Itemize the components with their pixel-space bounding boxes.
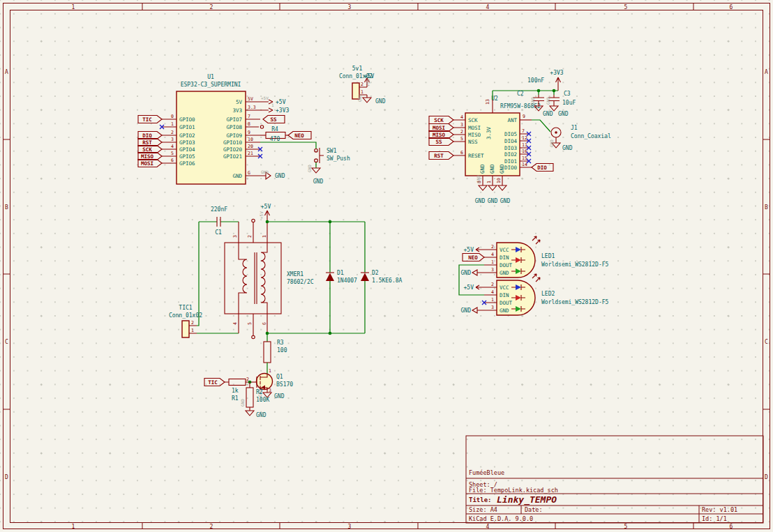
r4-ref[interactable]: R4 <box>271 126 278 132</box>
component-r3[interactable]: R3 100 <box>264 333 287 374</box>
sw1-contact[interactable] <box>315 149 318 153</box>
global-label-rst-text[interactable]: RST <box>142 139 152 146</box>
gnd-symbol[interactable] <box>363 95 371 102</box>
r3-ref[interactable]: R3 <box>277 340 284 346</box>
global-label-dio-text[interactable]: DIO <box>142 132 152 139</box>
global-label-neo-text[interactable]: NEO <box>468 254 478 261</box>
c3-ref[interactable]: C3 <box>564 91 571 97</box>
gnd-flag-left[interactable] <box>472 307 484 313</box>
power-5v-text[interactable]: +5V <box>276 99 286 105</box>
j1-ref[interactable]: J1 <box>571 125 578 131</box>
global-labels-u1-left[interactable]: TIC DIO RST SCK MISO MOSI <box>138 116 164 167</box>
component-d2[interactable]: D2 1.5KE6.8A <box>361 222 403 333</box>
global-label-sck-text[interactable]: SCK <box>434 117 444 123</box>
tic1-ref[interactable]: TIC1 <box>179 305 192 311</box>
power-gnd-text[interactable]: GND <box>562 145 573 151</box>
led1-pins[interactable] <box>484 250 497 273</box>
global-label-miso-text[interactable]: MISO <box>141 153 154 160</box>
5v1-ref[interactable]: 5v1 <box>352 66 363 72</box>
global-label-miso-text[interactable]: MISO <box>433 132 446 138</box>
component-u1-esp32[interactable]: U1 ESP32-C3_SUPERMINI 0 1 2 3 4 5 6 GPIO… <box>162 74 264 184</box>
power-gnd-text[interactable]: GND <box>558 111 569 117</box>
power-3v3-text[interactable]: +3V3 <box>276 107 289 114</box>
gnd-symbol[interactable] <box>246 407 254 416</box>
sw1-actuator[interactable] <box>320 148 324 163</box>
r3-value[interactable]: 100 <box>277 347 287 354</box>
c1-plates[interactable] <box>217 217 220 227</box>
r2-value[interactable]: 100K <box>256 397 269 403</box>
sw1-value[interactable]: SW_Push <box>327 155 350 162</box>
r1-body[interactable] <box>229 379 246 386</box>
tic1-body[interactable] <box>182 321 189 337</box>
global-label-neo-text[interactable]: NEO <box>294 132 304 139</box>
r2-body[interactable] <box>246 388 253 407</box>
power-gnd-text[interactable]: GND <box>488 198 498 204</box>
component-led1[interactable]: 2 4 1 3 VCC DIN DOUT GND LED1 Worldsemi_… <box>459 236 609 295</box>
d2-value[interactable]: 1.5KE6.8A <box>372 278 403 284</box>
global-label-rst-text[interactable]: RST <box>434 153 444 159</box>
global-label-tic-text[interactable]: TIC <box>142 116 152 123</box>
r1-ref[interactable]: R1 <box>232 395 239 402</box>
d2-ref[interactable]: D2 <box>372 270 379 276</box>
component-sw1[interactable]: SW1 SW_Push GND GND <box>307 148 350 185</box>
power-flag-5v-up[interactable] <box>265 211 270 222</box>
component-r1-gate[interactable]: TIC 1k R1 <box>204 379 256 402</box>
component-j1-coax[interactable]: J1 Conn_Coaxial GND GND <box>532 120 611 151</box>
component-d1[interactable]: D1 1N4007 <box>326 222 357 333</box>
power-flag-3v3-up[interactable] <box>556 77 561 91</box>
tic1-value[interactable]: Conn_01x02 <box>169 312 202 319</box>
q1-value[interactable]: BS170 <box>276 381 293 388</box>
power-5v-text[interactable]: +5V <box>261 204 271 210</box>
power-gnd-text[interactable]: GND <box>256 412 267 418</box>
component-c1[interactable]: 220nF C1 <box>197 206 239 326</box>
power-gnd-text[interactable]: GND <box>461 307 472 314</box>
u1-left-pins[interactable] <box>162 119 177 163</box>
r4-value[interactable]: 470 <box>270 136 280 142</box>
q1-ref[interactable]: Q1 <box>276 374 283 380</box>
global-label-tic-text[interactable]: TIC <box>208 379 218 386</box>
wire-ant[interactable] <box>532 120 550 132</box>
power-gnd-text[interactable]: GND <box>313 178 324 185</box>
component-xmer1-transformer[interactable]: 3 2 1 4 5 6 XMER1 78602/2C <box>225 219 314 338</box>
power-gnd-text[interactable]: GND <box>543 111 553 117</box>
component-5v1-connector[interactable]: 5v1 Conn_01x02 +5V 2 1 +5V GND GND <box>339 66 386 105</box>
d1-value[interactable]: 1N4007 <box>337 278 357 284</box>
power-5v-text[interactable]: +5V <box>464 284 474 291</box>
led2-ref[interactable]: LED2 <box>541 291 555 297</box>
d2-diode-icon[interactable] <box>361 273 369 282</box>
r1-value[interactable]: 1k <box>232 388 239 394</box>
power-5v-text[interactable]: +5V <box>464 247 474 253</box>
global-label-mosi-text[interactable]: MOSI <box>141 160 153 167</box>
c3-value[interactable]: 10uF <box>562 100 576 106</box>
c1-value[interactable]: 220nF <box>211 206 227 213</box>
led1-ref[interactable]: LED1 <box>541 253 555 259</box>
xmer1-ref[interactable]: XMER1 <box>287 271 303 278</box>
power-flag-5v-left[interactable] <box>476 248 484 252</box>
power-gnd-text[interactable]: GND <box>275 173 285 179</box>
power-flag-3v3[interactable] <box>260 108 273 112</box>
power-gnd-text[interactable]: GND <box>461 270 472 276</box>
xmer1-value[interactable]: 78602/2C <box>287 279 314 285</box>
led2-value[interactable]: Worldsemi_WS2812D-F5 <box>541 299 609 305</box>
decoupling-caps[interactable]: +3V3 100nF C2 GND GND C3 10uF GND GND <box>493 70 576 117</box>
power-gnd-text[interactable]: GND <box>500 198 511 204</box>
r2-ref[interactable]: R2 <box>256 389 263 395</box>
gnd-symbol[interactable] <box>312 168 320 173</box>
wire-3v3-rail[interactable] <box>493 91 558 95</box>
power-gnd-text[interactable]: GND <box>375 98 386 105</box>
c2-value[interactable]: 100nF <box>527 77 544 84</box>
sw1-contact[interactable] <box>315 159 318 162</box>
power-gnd-text[interactable]: GND <box>274 393 285 400</box>
r3-body[interactable] <box>264 342 271 363</box>
power-rails[interactable]: +5V +5V <box>259 204 365 335</box>
power-flag-5v-left[interactable] <box>476 285 484 289</box>
c2-ref[interactable]: C2 <box>517 91 524 97</box>
power-5v-text[interactable]: +5V <box>364 73 375 79</box>
j1-value[interactable]: Conn_Coaxial <box>571 133 611 139</box>
gnd-symbol[interactable] <box>479 185 506 190</box>
xmer1-body[interactable] <box>225 243 281 314</box>
no-connect-icon[interactable] <box>258 147 262 158</box>
global-label-ss-text[interactable]: SS <box>435 139 442 145</box>
c1-ref[interactable]: C1 <box>215 229 222 236</box>
component-u2-rfm95w[interactable]: U2 RFM95W-868S2 13 3.3V 4 3 2 5 6 SCK MO… <box>453 91 541 204</box>
